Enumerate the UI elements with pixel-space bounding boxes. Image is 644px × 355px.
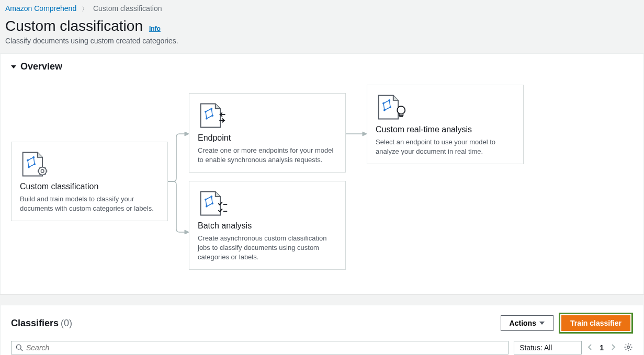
breadcrumb: Amazon Comprehend 〉 Custom classificatio… bbox=[0, 0, 644, 16]
train-classifier-button[interactable]: Train classifier bbox=[561, 315, 630, 331]
highlight-box: Train classifier bbox=[559, 313, 633, 334]
chevron-left-icon bbox=[587, 343, 592, 351]
breadcrumb-current: Custom classification bbox=[93, 4, 162, 13]
svg-marker-14 bbox=[185, 132, 189, 136]
actions-button[interactable]: Actions bbox=[501, 315, 553, 331]
svg-point-35 bbox=[627, 346, 630, 348]
pagination: 1 bbox=[587, 342, 633, 353]
page-header: Custom classification Info Classify docu… bbox=[0, 16, 644, 53]
page-title: Custom classification bbox=[5, 18, 143, 35]
page-subtitle: Classify documents using custom created … bbox=[5, 37, 639, 45]
chevron-right-icon bbox=[611, 343, 616, 351]
caret-down-icon bbox=[11, 65, 16, 68]
classifiers-count: (0) bbox=[61, 318, 72, 328]
actions-label: Actions bbox=[510, 319, 536, 327]
document-arrows-icon bbox=[198, 101, 229, 130]
status-label: Status: All bbox=[519, 343, 552, 352]
document-gear-icon bbox=[20, 150, 51, 179]
card-desc: Select an endpoint to use your model to … bbox=[376, 138, 515, 156]
document-bulb-icon bbox=[376, 93, 407, 122]
svg-point-33 bbox=[16, 345, 21, 349]
page-number: 1 bbox=[600, 343, 604, 352]
search-icon bbox=[16, 344, 23, 351]
breadcrumb-separator-icon: 〉 bbox=[82, 5, 88, 13]
svg-marker-15 bbox=[185, 230, 189, 234]
search-input[interactable] bbox=[26, 343, 504, 352]
page-next-button[interactable] bbox=[611, 343, 616, 352]
document-checklist-icon bbox=[198, 189, 229, 218]
classifiers-panel: Classifiers (0) Actions Train classifier… bbox=[0, 305, 644, 355]
overview-panel: Overview bbox=[0, 53, 644, 294]
caret-down-icon bbox=[539, 322, 545, 325]
card-title: Custom real-time analysis bbox=[376, 125, 515, 134]
card-endpoint[interactable]: Endpoint Create one or more endpoints fo… bbox=[189, 93, 346, 173]
overview-toggle[interactable]: Overview bbox=[1, 54, 643, 79]
connector-straight bbox=[346, 85, 367, 278]
card-desc: Create one or more endpoints for your mo… bbox=[198, 146, 337, 165]
card-realtime-analysis[interactable]: Custom real-time analysis Select an endp… bbox=[367, 85, 524, 164]
page-prev-button[interactable] bbox=[587, 343, 592, 352]
card-title: Batch analysis bbox=[198, 221, 337, 231]
card-title: Endpoint bbox=[198, 133, 337, 143]
classifiers-heading: Classifiers bbox=[11, 318, 59, 328]
svg-marker-27 bbox=[363, 132, 367, 136]
search-input-wrapper[interactable] bbox=[11, 341, 509, 354]
card-batch-analysis[interactable]: Batch analysis Create asynchronous custo… bbox=[189, 181, 346, 270]
card-title: Custom classification bbox=[20, 182, 159, 191]
connector-branch bbox=[168, 85, 189, 278]
overview-heading: Overview bbox=[20, 61, 62, 72]
card-desc: Create asynchronous custom classificatio… bbox=[198, 234, 337, 262]
gear-icon bbox=[624, 342, 633, 352]
breadcrumb-root[interactable]: Amazon Comprehend bbox=[5, 4, 76, 13]
settings-button[interactable] bbox=[624, 342, 633, 353]
card-custom-classification[interactable]: Custom classification Build and train mo… bbox=[11, 142, 168, 221]
card-desc: Build and train models to classify your … bbox=[20, 194, 159, 213]
svg-point-32 bbox=[397, 106, 405, 114]
info-link[interactable]: Info bbox=[149, 25, 161, 32]
status-filter-select[interactable]: Status: All bbox=[514, 341, 582, 354]
svg-line-34 bbox=[20, 349, 22, 351]
